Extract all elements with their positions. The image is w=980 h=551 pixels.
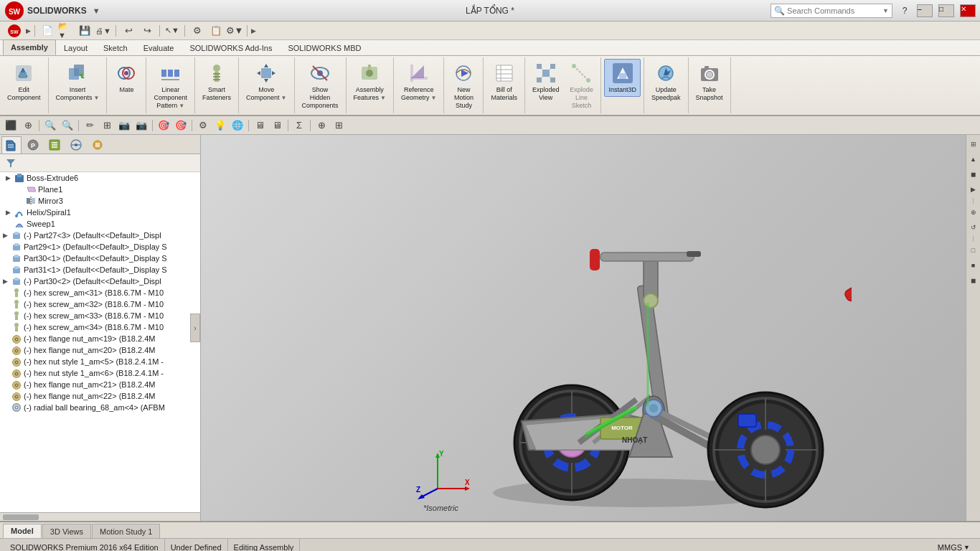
units-dropdown-icon[interactable]: ▼ (963, 544, 970, 551)
vt-screen2-btn[interactable]: 🖥 (269, 118, 285, 133)
search-box[interactable]: 🔍 ▼ (771, 4, 892, 18)
pt-filter-btn[interactable] (3, 156, 19, 170)
vt-stats-btn[interactable]: Σ (291, 118, 307, 133)
assembly-features-button[interactable]: AssemblyFeatures▼ (349, 59, 390, 105)
tree-item-sweep1[interactable]: Sweep1 (0, 218, 200, 230)
bottom-tab-motion-study[interactable]: Motion Study 1 (92, 524, 160, 538)
tab-evaluate[interactable]: Evaluate (136, 39, 182, 55)
qa-options-button[interactable]: ⚙▼ (226, 23, 243, 39)
tab-mbd[interactable]: SOLIDWORKS MBD (280, 39, 369, 55)
vt-orient-btn[interactable]: ⬛ (3, 118, 19, 133)
tab-sketch[interactable]: Sketch (95, 39, 136, 55)
qa-arrow[interactable]: ▶ (26, 27, 31, 34)
tree-hscrollbar[interactable] (0, 512, 200, 521)
restore-button[interactable]: □ (938, 4, 954, 17)
panel-tab-dimxpert[interactable] (66, 136, 86, 154)
vt-scene-btn[interactable]: 🌐 (230, 118, 245, 133)
tree-item-hex31[interactable]: (-) hex screw_am<31> (B18.6.7M - M10 (0, 287, 200, 298)
tree-item-bearing[interactable]: (-) radial ball bearing_68_am<4> (AFBM (0, 402, 200, 413)
search-dropdown-icon[interactable]: ▼ (882, 7, 889, 14)
reference-geometry-button[interactable]: ReferenceGeometry▼ (397, 59, 440, 105)
tab-addins[interactable]: SOLIDWORKS Add-Ins (182, 39, 280, 55)
explode-line-sketch-button[interactable]: ExplodeLineSketch (565, 59, 598, 112)
tab-assembly[interactable]: Assembly (3, 39, 56, 55)
edit-component-button[interactable]: EditComponent (3, 59, 45, 105)
expander-icon[interactable]: ▶ (3, 232, 11, 239)
qa-open-button[interactable]: 📂▼ (57, 23, 75, 39)
vsb-display1[interactable]: □ (967, 244, 980, 257)
qa-rebuild-button[interactable]: ⚙ (189, 23, 206, 39)
tree-item-boss-extrude[interactable]: ▶ Boss-Extrude6 (0, 172, 200, 184)
vt-zoom2-btn[interactable]: 🔍 (60, 118, 75, 133)
mate-button[interactable]: Mate (110, 59, 143, 97)
qa-redo-button[interactable]: ↪ (138, 23, 156, 39)
tree-item-helix[interactable]: ▶ Helix/Spiral1 (0, 207, 200, 218)
qa-new-button[interactable]: 📄 (39, 23, 56, 39)
vt-display-btn[interactable]: ✏ (82, 118, 98, 133)
instant3d-button[interactable]: Instant3D (604, 59, 641, 97)
vt-display2-btn[interactable]: ⊞ (99, 118, 115, 133)
bottom-tab-model[interactable]: Model (3, 524, 42, 538)
smart-fasteners-button[interactable]: SmartFasteners (198, 59, 235, 105)
tree-item-flange19[interactable]: (-) hex flange nut_am<19> (B18.2.4M (0, 333, 200, 344)
take-snapshot-button[interactable]: TakeSnapshot (692, 59, 727, 105)
vt-sim2-btn[interactable]: ⊞ (331, 118, 347, 133)
panel-tab-config-manager[interactable] (44, 136, 65, 154)
qa-select-button[interactable]: ↖▼ (164, 23, 181, 39)
show-hidden-components-button[interactable]: ShowHiddenComponents (298, 59, 343, 112)
vsb-view-right[interactable]: ▶ (967, 183, 980, 196)
panel-collapse-button[interactable]: › (190, 314, 200, 342)
move-component-button[interactable]: MoveComponent▼ (242, 59, 291, 105)
vsb-view-top[interactable]: ▲ (967, 153, 980, 166)
insert-components-button[interactable]: InsertComponents▼ (52, 59, 104, 105)
vsb-view-front[interactable]: ◼ (967, 168, 980, 181)
feature-tree[interactable]: ▶ Boss-Extrude6 Plane1 Mirror3 ▶ (0, 172, 200, 512)
panel-tab-property-manager[interactable]: P (23, 136, 43, 154)
expander-icon[interactable]: ▶ (6, 174, 14, 182)
tab-layout[interactable]: Layout (56, 39, 95, 55)
vsb-display3[interactable]: ◼ (967, 274, 980, 287)
tree-item-hex33[interactable]: (-) hex screw_am<33> (B18.6.7M - M10 (0, 310, 200, 321)
tree-item-part27[interactable]: ▶ (-) Part27<3> (Default<<Default>_Displ (0, 230, 200, 241)
vsb-zoom[interactable]: ⊕ (967, 206, 980, 219)
qa-undo-button[interactable]: ↩ (120, 23, 137, 39)
vt-sim1-btn[interactable]: ⊕ (314, 118, 329, 133)
vt-section-btn[interactable]: ⊕ (20, 118, 36, 133)
tree-item-part29[interactable]: Part29<1> (Default<<Default>_Display S (0, 241, 200, 253)
bill-of-materials-button[interactable]: Bill ofMaterials (486, 59, 522, 105)
search-input[interactable] (787, 6, 880, 15)
tree-item-hex-nut5[interactable]: (-) hex nut style 1_am<5> (B18.2.4.1M - (0, 356, 200, 367)
minimize-button[interactable]: – (917, 4, 933, 17)
tree-item-flange22[interactable]: (-) hex flange nut_am<22> (B18.2.4M (0, 390, 200, 402)
panel-tab-feature-manager[interactable] (1, 136, 22, 154)
tree-item-part31[interactable]: Part31<1> (Default<<Default>_Display S (0, 264, 200, 276)
expander-icon[interactable]: ▶ (6, 209, 14, 216)
vt-display3-btn[interactable]: 📷 (116, 118, 132, 133)
tree-item-flange21[interactable]: (-) hex flange nut_am<21> (B18.2.4M (0, 379, 200, 390)
tree-item-hex-nut6[interactable]: (-) hex nut style 1_am<6> (B18.2.4.1M - (0, 367, 200, 379)
qa-save-button[interactable]: 💾 (76, 23, 93, 39)
tree-item-hex32[interactable]: (-) hex screw_am<32> (B18.6.7M - M10 (0, 298, 200, 310)
help-icon[interactable]: ? (898, 4, 911, 17)
viewport[interactable]: MOTOR (201, 135, 980, 521)
tree-item-flange20[interactable]: (-) hex flange nut_am<20> (B18.2.4M (0, 344, 200, 356)
tree-item-part30-2[interactable]: ▶ (-) Part30<2> (Default<<Default>_Displ (0, 276, 200, 287)
update-speedpak-button[interactable]: UpdateSpeedpak (647, 59, 685, 105)
expander-icon[interactable]: ▶ (3, 278, 11, 285)
new-motion-study-button[interactable]: NewMotionStudy (447, 59, 480, 112)
vt-zoom-btn[interactable]: 🔍 (42, 118, 58, 133)
vt-appearance-btn[interactable]: ⚙ (195, 118, 211, 133)
tree-item-plane1[interactable]: Plane1 (0, 184, 200, 195)
qa-print-button[interactable]: 🖨▼ (95, 23, 112, 39)
vt-screen-btn[interactable]: 🖥 (252, 118, 268, 133)
vsb-view-btn[interactable]: ⊞ (967, 138, 980, 151)
qa-fileprops-button[interactable]: 📋 (207, 23, 225, 39)
vt-hide-btn[interactable]: 🎯 (156, 118, 171, 133)
exploded-view-button[interactable]: ExplodedView (528, 59, 564, 105)
linear-component-pattern-button[interactable]: LinearComponentPattern▼ (149, 59, 192, 112)
vsb-rotate[interactable]: ↺ (967, 221, 980, 234)
panel-tab-display-manager[interactable] (88, 136, 108, 154)
qa-more-btn[interactable]: ▶ (251, 27, 256, 34)
bottom-tab-3dviews[interactable]: 3D Views (42, 524, 91, 538)
tree-item-part30[interactable]: Part30<1> (Default<<Default>_Display S (0, 253, 200, 264)
